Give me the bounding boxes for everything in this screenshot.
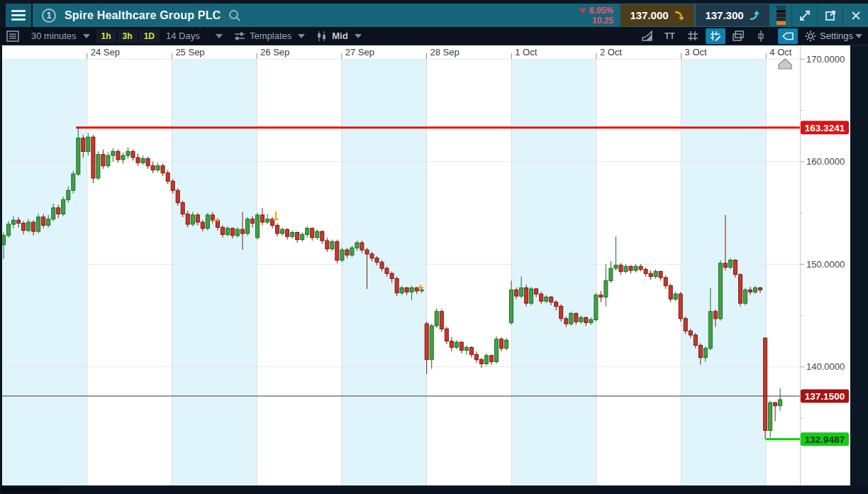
day-band — [172, 59, 257, 485]
interval-1d-button[interactable]: 1D — [139, 29, 160, 43]
popout-button[interactable] — [817, 4, 842, 27]
chart-toolbar: 30 minutes 1h 3h 1D 14 Days Templates — [0, 27, 868, 45]
grid-pencil-icon — [710, 31, 721, 41]
buy-button[interactable]: 137.300 — [696, 4, 769, 26]
down-triangle-icon — [579, 9, 586, 13]
svg-text:163.3241: 163.3241 — [805, 123, 845, 133]
candlestick — [91, 135, 95, 183]
candlestick — [62, 197, 65, 216]
chevron-down-icon — [355, 34, 362, 38]
templates-sliders-icon — [234, 31, 245, 41]
candlestick — [440, 309, 443, 332]
price-chart[interactable]: 170.0000160.0000150.0000140.000024 Sep25… — [0, 45, 868, 494]
day-band — [87, 59, 172, 485]
pointer-tag-icon — [781, 31, 794, 41]
area-chart-icon — [642, 31, 653, 41]
instrument-number-badge[interactable]: 1 — [42, 9, 56, 23]
text-tool-icon: TT — [663, 31, 677, 41]
date-label: 24 Sep — [91, 47, 120, 57]
candlestick — [484, 353, 488, 366]
date-label: 1 Oct — [515, 47, 537, 57]
day-band — [427, 59, 512, 485]
h-scrollbar — [0, 485, 868, 494]
date-label: 4 Oct — [769, 47, 791, 57]
y-axis-label: 140.0000 — [806, 361, 845, 372]
candlestick — [37, 214, 40, 234]
menu-button[interactable] — [6, 4, 33, 27]
chevron-down-icon — [855, 34, 862, 38]
list-icon — [6, 31, 19, 42]
draw-on-grid-tool-button[interactable] — [706, 28, 725, 44]
badge-number: 1 — [47, 11, 52, 21]
candlestick — [669, 284, 672, 302]
trading-app-window: 1 Spire Healthcare Group PLC 6.95% 10.25… — [0, 0, 868, 494]
current-price-tag: 137.1500 — [801, 390, 849, 403]
date-label: 2 Oct — [600, 47, 622, 57]
candle-style-tool-button[interactable] — [751, 28, 771, 44]
templates-dropdown[interactable]: Templates — [228, 28, 311, 44]
sell-button[interactable]: 137.000 — [621, 4, 694, 26]
candlestick — [96, 151, 100, 180]
hamburger-icon — [11, 10, 26, 12]
day-band — [342, 59, 427, 485]
day-band — [257, 59, 342, 485]
text-tool-button[interactable]: TT — [660, 28, 680, 44]
price-type-dropdown[interactable]: Mid — [311, 28, 367, 44]
order-marker — [213, 219, 219, 221]
buy-price: 137.300 — [705, 9, 743, 21]
candlestick — [505, 338, 508, 350]
candlestick — [718, 260, 722, 321]
y-axis-label: 150.0000 — [806, 259, 845, 270]
date-label: 28 Sep — [430, 47, 460, 57]
date-label: 3 Oct — [685, 47, 707, 57]
high-price-tag: 163.3241 — [801, 121, 849, 134]
layers-tool-button[interactable] — [728, 28, 748, 44]
candlestick — [340, 248, 344, 262]
date-label: 26 Sep — [260, 47, 289, 57]
pointer-tool-button[interactable] — [778, 28, 798, 44]
candlestick — [530, 287, 533, 305]
chevron-down-icon — [83, 34, 90, 38]
candlestick — [246, 217, 250, 236]
search-icon[interactable] — [228, 9, 242, 23]
market-depth-icon[interactable] — [777, 6, 786, 25]
interval-dropdown[interactable]: 30 minutes — [26, 28, 96, 44]
candlestick — [679, 292, 682, 322]
interval-value: 30 minutes — [31, 31, 77, 41]
candlestick — [206, 213, 209, 231]
open-in-new-icon — [824, 9, 837, 22]
gear-icon — [805, 31, 816, 42]
grid-tool-button[interactable] — [683, 28, 703, 44]
period-dropdown[interactable]: 14 Days — [160, 28, 228, 44]
candlestick — [395, 277, 399, 297]
chart-area[interactable]: 170.0000160.0000150.0000140.000024 Sep25… — [0, 45, 868, 494]
close-icon — [850, 10, 862, 21]
close-button[interactable] — [842, 4, 868, 27]
instrument-title: Spire Healthcare Group PLC — [65, 9, 221, 22]
chevron-down-icon — [216, 34, 223, 38]
layers-icon — [733, 31, 744, 41]
low-price-tag: 132.9487 — [801, 432, 849, 446]
day-band — [2, 59, 87, 485]
candlestick — [744, 288, 747, 306]
expand-button[interactable] — [791, 4, 817, 27]
grid-icon — [687, 31, 699, 41]
period-value: 14 Days — [166, 31, 200, 41]
candle-line-icon — [756, 31, 766, 42]
svg-text:TT: TT — [664, 31, 675, 41]
date-label: 27 Sep — [345, 47, 374, 57]
interval-3h-button[interactable]: 3h — [118, 29, 138, 43]
top-bar: 1 Spire Healthcare Group PLC 6.95% 10.25… — [0, 0, 868, 27]
instrument-header: 1 Spire Healthcare Group PLC 6.95% 10.25… — [6, 4, 868, 27]
interval-1h-button[interactable]: 1h — [96, 29, 116, 43]
day-band — [511, 59, 596, 485]
candlestick — [739, 273, 742, 306]
chart-list-button[interactable] — [4, 29, 21, 43]
settings-button[interactable]: Settings — [801, 28, 867, 44]
day-band — [681, 59, 767, 485]
sell-arrow-icon — [674, 10, 685, 21]
h-scrollbar-thumb[interactable] — [1, 488, 60, 493]
area-chart-tool-button[interactable] — [638, 28, 657, 44]
change-percent: 6.95% — [589, 6, 613, 16]
price-change-block: 6.95% 10.25 — [579, 6, 613, 26]
